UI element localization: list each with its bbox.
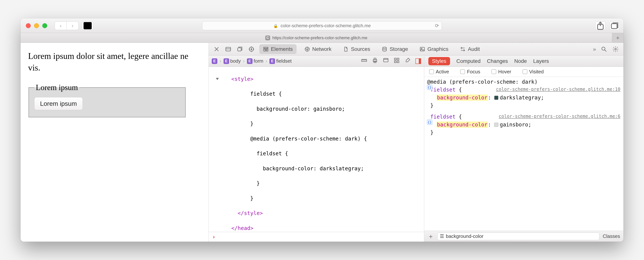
svg-point-8 xyxy=(251,49,252,50)
styles-tab-changes[interactable]: Changes xyxy=(487,58,508,64)
checkbox-icon[interactable] xyxy=(429,69,434,74)
console-prompt[interactable]: › xyxy=(209,232,424,242)
svg-rect-23 xyxy=(362,59,366,62)
crumb-fieldset[interactable]: fieldset xyxy=(276,58,292,64)
share-button[interactable] xyxy=(595,21,606,30)
pseudo-focus[interactable]: Focus xyxy=(460,69,480,75)
dock-side-button[interactable] xyxy=(224,45,232,53)
styles-tab-layers[interactable]: Layers xyxy=(533,58,549,64)
svg-rect-0 xyxy=(84,22,92,29)
lock-icon xyxy=(273,23,278,28)
css-rule-block[interactable]: {} color-scheme-prefers-color-scheme.gli… xyxy=(427,113,620,137)
css-property[interactable]: background-color xyxy=(436,121,488,128)
address-url: color-scheme-prefers-color-scheme.glitch… xyxy=(281,23,371,28)
styles-tab-computed[interactable]: Computed xyxy=(456,58,480,64)
pseudo-hover[interactable]: Hover xyxy=(492,69,511,75)
dom-text: } xyxy=(256,180,260,186)
classes-toggle-button[interactable]: Classes xyxy=(603,233,620,239)
checkbox-icon[interactable] xyxy=(492,69,496,74)
tab-audit-label: Audit xyxy=(468,46,480,52)
styles-tab-node[interactable]: Node xyxy=(514,58,527,64)
css-rule-block[interactable]: @media (prefers-color-scheme: dark) {} c… xyxy=(427,78,620,109)
svg-rect-35 xyxy=(394,61,396,63)
svg-rect-34 xyxy=(397,58,399,60)
styles-tab-styles[interactable]: Styles xyxy=(428,57,450,65)
rendered-page: Lorem ipsum dolor sit amet, legere ancil… xyxy=(20,43,209,242)
devtools: Elements Network Sources Storage Graphic… xyxy=(209,43,624,242)
ruler-icon[interactable] xyxy=(361,57,367,65)
popout-button[interactable] xyxy=(236,45,244,53)
dom-node[interactable]: </style> xyxy=(238,210,263,216)
source-link[interactable]: color-scheme-prefers-color-scheme.glitch… xyxy=(496,86,620,93)
media-query-text: @media (prefers-color-scheme: dark) xyxy=(427,79,538,85)
tab-title: https://color-scheme-prefers-color-schem… xyxy=(272,36,367,40)
reload-button[interactable]: ⟳ xyxy=(435,23,439,29)
sidebar-toggle-button[interactable] xyxy=(82,21,93,30)
maximize-window-button[interactable] xyxy=(42,23,47,28)
tab-audit[interactable]: Audit xyxy=(456,44,484,54)
dom-text: } xyxy=(250,121,254,127)
browser-tab[interactable]: C https://color-scheme-prefers-color-sch… xyxy=(20,33,612,43)
tab-network-label: Network xyxy=(312,46,332,52)
print-icon[interactable] xyxy=(372,57,378,65)
tab-elements-label: Elements xyxy=(271,46,293,52)
devtools-settings-button[interactable] xyxy=(612,45,619,53)
svg-rect-31 xyxy=(384,58,388,62)
inspect-element-button[interactable] xyxy=(248,45,255,53)
color-swatch-icon[interactable] xyxy=(494,123,498,127)
checkbox-icon[interactable] xyxy=(522,69,527,74)
pseudo-active[interactable]: Active xyxy=(429,69,449,75)
styles-filter-input[interactable]: ☰ background-color xyxy=(437,233,600,240)
styles-panel-toggle-icon[interactable] xyxy=(416,58,421,64)
address-bar[interactable]: color-scheme-prefers-color-scheme.glitch… xyxy=(202,21,442,30)
svg-rect-6 xyxy=(238,48,241,51)
svg-rect-36 xyxy=(397,61,399,63)
filter-icon: ☰ xyxy=(440,233,444,239)
new-tab-button[interactable]: ＋ xyxy=(612,33,624,43)
pseudo-visited[interactable]: Visited xyxy=(522,69,544,75)
dom-text: fieldset { xyxy=(250,91,282,97)
device-icon[interactable] xyxy=(383,57,389,65)
tabs-overview-button[interactable] xyxy=(610,21,620,30)
forward-button[interactable]: › xyxy=(67,21,79,30)
more-tabs-button[interactable]: » xyxy=(593,46,596,52)
add-rule-button[interactable]: ＋ xyxy=(428,232,434,241)
tab-sources[interactable]: Sources xyxy=(339,44,374,54)
paintbrush-icon[interactable] xyxy=(404,57,410,65)
checkbox-icon[interactable] xyxy=(460,69,465,74)
tab-network[interactable]: Network xyxy=(301,44,335,54)
close-devtools-button[interactable] xyxy=(213,45,220,53)
css-property[interactable]: background-color xyxy=(436,94,488,101)
page-button[interactable]: Lorem ipsum xyxy=(34,97,83,110)
dom-text: fieldset { xyxy=(256,151,288,157)
svg-rect-14 xyxy=(264,49,266,51)
crumb-form[interactable]: form xyxy=(254,58,264,64)
minimize-window-button[interactable] xyxy=(34,23,39,28)
stylesheet-icon[interactable]: {} xyxy=(427,119,432,125)
grid-icon[interactable] xyxy=(394,57,400,65)
css-rules[interactable]: @media (prefers-color-scheme: dark) {} c… xyxy=(424,77,624,231)
close-window-button[interactable] xyxy=(26,23,31,28)
window-controls xyxy=(26,23,47,28)
element-badge-icon: E xyxy=(212,58,217,64)
back-button[interactable]: ‹ xyxy=(55,21,67,30)
tab-elements[interactable]: Elements xyxy=(259,44,296,54)
tab-graphics[interactable]: Graphics xyxy=(416,44,452,54)
styles-footer: ＋ ☰ background-color Classes xyxy=(424,231,624,242)
css-value[interactable]: gainsboro xyxy=(500,121,528,128)
stylesheet-icon[interactable]: {} xyxy=(427,84,432,90)
dom-node[interactable]: <style> xyxy=(232,76,254,82)
search-devtools-button[interactable] xyxy=(600,45,608,53)
crumb-body[interactable]: body xyxy=(230,58,241,64)
tab-bar: C https://color-scheme-prefers-color-sch… xyxy=(20,33,624,43)
css-value[interactable]: darkslategray xyxy=(500,94,541,101)
svg-line-21 xyxy=(605,50,606,52)
tab-graphics-label: Graphics xyxy=(428,46,448,52)
source-link[interactable]: color-scheme-prefers-color-scheme.glitch… xyxy=(499,113,620,120)
dom-text: background-color: darkslategray; xyxy=(263,166,364,172)
dom-node[interactable]: </head> xyxy=(232,225,254,231)
color-swatch-icon[interactable] xyxy=(494,96,498,100)
dom-tree[interactable]: <style> fieldset { background-color: gai… xyxy=(209,67,424,232)
browser-window: ‹ › color-scheme-prefers-color-scheme.gl… xyxy=(20,18,624,242)
tab-storage[interactable]: Storage xyxy=(378,44,412,54)
